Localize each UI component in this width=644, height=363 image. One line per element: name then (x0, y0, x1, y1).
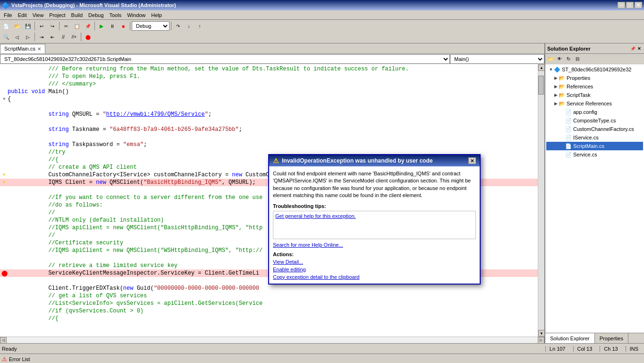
exception-body: Could not find endpoint element with nam… (269, 166, 480, 284)
debug-config-dropdown[interactable]: Debug (132, 21, 169, 31)
search-online-link[interactable]: Search for more Help Online... (273, 242, 476, 248)
maximize-button[interactable]: □ (626, 2, 634, 9)
tree-node-properties[interactable]: ▶ 📂 Properties (546, 74, 643, 82)
menu-tools[interactable]: Tools (107, 11, 125, 19)
tips-scroll[interactable]: Get general help for this exception. (275, 213, 474, 237)
scroll-up-button[interactable]: ▲ (538, 64, 544, 71)
se-close-button[interactable]: ✕ (636, 46, 642, 52)
comment-button[interactable]: // (58, 32, 68, 42)
code-overlay-wrapper: /// Before returning from the Main metho… (0, 64, 544, 337)
exception-title-text: InvalidOperationException was unhandled … (282, 157, 432, 164)
scroll-track[interactable] (538, 71, 544, 330)
expand-icon: ▶ (553, 76, 559, 80)
se-collapse-button[interactable]: ⊟ (573, 55, 582, 63)
scroll-thumb[interactable] (538, 76, 544, 95)
se-tab-properties[interactable]: Properties (595, 333, 628, 343)
tree-node-customchannelfactory[interactable]: 📄 CustomChannelFactory.cs (546, 125, 643, 133)
indent-button[interactable]: ⇥ (36, 32, 47, 42)
menu-window[interactable]: Window (124, 11, 148, 19)
step-into-button[interactable]: ↓ (184, 21, 194, 31)
toolbar-row-2: 🔍 ◁ ▷ ⇥ ⇤ // //× ⬤ (1, 32, 643, 42)
tree-node-compositetype[interactable]: 📄 CompositeType.cs (546, 116, 643, 125)
status-ch: Ch 13 (600, 346, 621, 352)
undo-button[interactable]: ↩ (36, 21, 47, 31)
copy-button[interactable]: 📋 (72, 21, 82, 31)
minimize-button[interactable]: ─ (618, 2, 625, 9)
menu-view[interactable]: View (30, 11, 47, 19)
step-over-button[interactable]: ↷ (173, 21, 183, 31)
tree-node-service-references[interactable]: ▶ 📂 Service References (546, 99, 643, 108)
menu-file[interactable]: File (1, 11, 15, 19)
back-button[interactable]: ◁ (12, 32, 22, 42)
uncomment-button[interactable]: //× (69, 32, 79, 42)
se-show-all-button[interactable]: 👁 (555, 55, 564, 63)
expand-icon: ▶ (553, 101, 559, 106)
tree-node-scriptmain[interactable]: 📄 ScriptMain.cs (546, 142, 643, 150)
breakpoint-button[interactable]: ⬤ (83, 32, 93, 42)
pause-button[interactable]: ⏸ (107, 21, 118, 31)
tab-scriptmain[interactable]: ScriptMain.cs ✕ (0, 44, 45, 53)
scroll-left-button[interactable]: ◁ (0, 337, 7, 344)
exception-dialog: ⚠ InvalidOperationException was unhandle… (268, 154, 481, 285)
step-out-button[interactable]: ↑ (195, 21, 205, 31)
tab-close-button[interactable]: ✕ (37, 46, 41, 52)
scroll-down-button[interactable]: ▼ (538, 330, 544, 337)
code-line: // get a list of QVS services (0, 292, 538, 300)
stop-button[interactable]: ■ (118, 21, 128, 31)
app-icon: 🔷 (2, 2, 9, 9)
copy-exception-link[interactable]: Copy exception detail to the clipboard (273, 274, 476, 280)
tree-node-iservice[interactable]: 📄 IService.cs (546, 133, 643, 142)
status-col: Col 13 (573, 346, 596, 352)
toolbar-separator-7 (81, 33, 81, 41)
toolbar-separator-1 (34, 22, 35, 30)
menu-project[interactable]: Project (46, 11, 68, 19)
class-dropdown[interactable]: ST_80dec96c5810429692e327c302d2671b.Scri… (0, 54, 450, 64)
tree-node-scripttask[interactable]: ▶ 📂 ScriptTask (546, 91, 643, 99)
solution-tree: ▼ 🔷 ST_80dec96c5810429692e32 ▶ 📂 Propert… (545, 64, 644, 333)
close-button[interactable]: ✕ (635, 2, 642, 9)
error-list-label[interactable]: Error List (9, 356, 30, 362)
tree-node-references[interactable]: ▶ 📂 References (546, 82, 643, 91)
cut-button[interactable]: ✂ (61, 21, 71, 31)
se-refresh-button[interactable]: ↻ (564, 55, 573, 63)
code-line: Client.TriggerEDXTask(new Guid("00000000… (0, 285, 538, 292)
view-detail-link[interactable]: View Detail... (273, 259, 476, 265)
expand-icon: ▼ (3, 97, 5, 102)
save-button[interactable]: 💾 (23, 21, 33, 31)
menu-debug[interactable]: Debug (85, 11, 106, 19)
menu-bar: File Edit View Project Build Debug Tools… (0, 10, 644, 20)
code-line: string QMSURL = "http://vmwbi:4799/QMS/S… (0, 111, 538, 118)
se-pin-button[interactable]: 📌 (630, 46, 636, 52)
breakpoint-marker: ⬤ (1, 270, 8, 277)
forward-button[interactable]: ▷ (23, 32, 33, 42)
troubleshooting-tip-link[interactable]: Get general help for this exception. (275, 213, 356, 219)
exception-title-bar: ⚠ InvalidOperationException was unhandle… (269, 155, 480, 166)
enable-editing-link[interactable]: Enable editing (273, 267, 476, 272)
open-button[interactable]: 📂 (12, 21, 22, 31)
code-line: /// To open Help, press F1. (0, 73, 538, 80)
menu-help[interactable]: Help (148, 11, 165, 19)
se-new-folder-button[interactable]: 📁 (546, 55, 555, 63)
redo-button[interactable]: ↪ (47, 21, 58, 31)
se-tab-solution-explorer[interactable]: Solution Explorer (545, 333, 595, 343)
tree-node-service[interactable]: 📄 Service.cs (546, 150, 643, 159)
new-project-button[interactable]: 📄 (1, 21, 11, 31)
troubleshooting-tips-box[interactable]: Get general help for this exception. (273, 211, 476, 239)
toolbar-separator-4 (130, 22, 130, 30)
tree-node-appconfig[interactable]: 📄 app.config (546, 108, 643, 116)
paste-button[interactable]: 📌 (83, 21, 93, 31)
menu-edit[interactable]: Edit (15, 11, 30, 19)
outdent-button[interactable]: ⇤ (47, 32, 58, 42)
vertical-scrollbar[interactable]: ▲ ▼ (538, 64, 544, 337)
method-dropdown[interactable]: Main() (450, 54, 544, 64)
tree-node-solution[interactable]: ▼ 🔷 ST_80dec96c5810429692e32 (546, 65, 643, 74)
menu-build[interactable]: Build (68, 11, 85, 19)
code-line (0, 133, 538, 141)
exception-close-button[interactable]: ✕ (468, 157, 476, 164)
scroll-right-button[interactable]: ▷ (538, 337, 544, 344)
horizontal-scrollbar[interactable]: ◁ ▷ (0, 337, 544, 343)
start-debugging-button[interactable]: ▶ (96, 21, 107, 31)
find-button[interactable]: 🔍 (1, 32, 11, 42)
solution-explorer-header: Solution Explorer 📌 ✕ (545, 43, 644, 54)
status-ln: Ln 107 (545, 346, 569, 352)
